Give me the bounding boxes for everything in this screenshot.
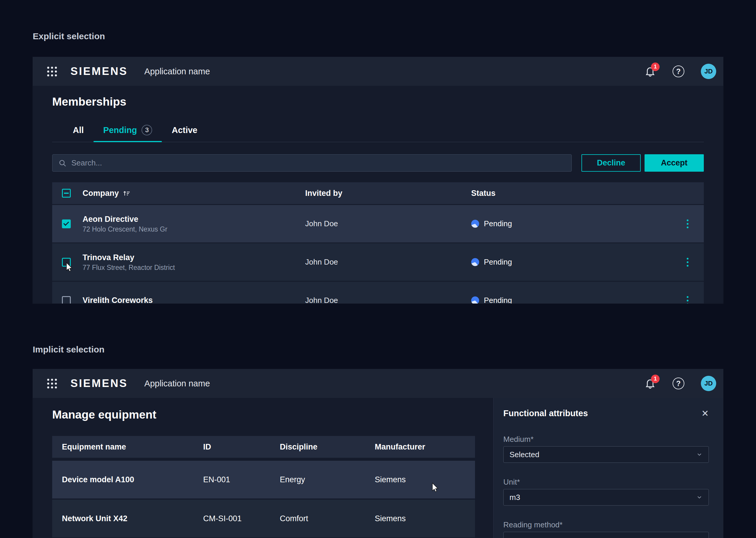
table-row[interactable]: Aeon Directive 72 Holo Crescent, Nexus G… [52,205,704,242]
column-header-discipline[interactable]: Discipline [270,443,365,452]
accept-button[interactable]: Accept [644,154,704,172]
search-icon [58,159,67,167]
siemens-logo: SIEMENS [71,377,128,390]
tab-active-label: Active [172,125,197,135]
page-title: Manage equipment [52,407,493,422]
equipment-table: Equipment name ID Discipline Manufacture… [52,436,475,537]
unit-value: m3 [510,493,520,502]
search-box[interactable] [52,154,572,172]
tab-all[interactable]: All [63,125,93,142]
close-icon[interactable]: ✕ [701,409,709,418]
row-menu-button[interactable] [679,255,696,270]
tab-active[interactable]: Active [162,125,207,142]
help-button[interactable]: ? [673,378,684,389]
memberships-content: Memberships All Pending 3 Active [33,95,723,303]
equipment-name: Device model A100 [52,475,193,484]
column-header-equipment-name[interactable]: Equipment name [52,443,193,452]
table-row[interactable]: Trinova Relay 77 Flux Street, Reactor Di… [52,243,704,281]
equipment-id: CM-SI-001 [193,514,270,523]
row-menu-button[interactable] [679,217,696,231]
table-header-row: Equipment name ID Discipline Manufacture… [52,436,475,458]
medium-select[interactable]: Selected [503,446,709,463]
app-launcher-icon[interactable] [47,67,57,77]
mouse-cursor [65,262,73,273]
table-row[interactable]: Virelith Coreworks John Doe Pending [52,282,704,303]
notifications-button[interactable]: 1 [644,66,656,77]
column-header-company[interactable]: Company [73,189,295,198]
app-header: SIEMENS Application name 1 ? JD [33,369,723,398]
pending-status-icon [471,296,479,303]
tab-pending-label: Pending [103,125,137,135]
equipment-discipline: Comfort [270,514,365,523]
invited-by-value: John Doe [295,219,461,228]
pending-count-badge: 3 [141,125,152,135]
table-row[interactable]: Network Unit X42 CM-SI-001 Comfort Sieme… [52,500,475,537]
equipment-name: Network Unit X42 [52,514,193,523]
panel-title: Functional attributes [503,408,588,418]
invited-by-value: John Doe [295,296,461,303]
status-cell: Pending [461,257,671,267]
siemens-logo: SIEMENS [71,65,128,78]
select-all-checkbox[interactable] [62,189,71,198]
decline-button[interactable]: Decline [581,154,641,172]
section-label-implicit: Implicit selection [33,345,104,354]
help-button[interactable]: ? [673,66,684,77]
equipment-id: EN-001 [193,475,270,484]
unit-select[interactable]: m3 [503,489,709,506]
column-header-status[interactable]: Status [461,189,671,198]
chevron-down-icon [696,494,703,501]
notification-badge: 1 [651,375,660,383]
row-checkbox[interactable] [62,296,71,304]
status-cell: Pending [461,296,671,303]
header-actions: 1 ? JD [644,376,716,391]
chevron-down-icon [696,451,703,458]
memberships-table: Company Invited by Status [52,182,704,303]
memberships-window: SIEMENS Application name 1 ? JD Membersh… [33,57,723,303]
page: Explicit selection SIEMENS Application n… [0,0,756,538]
company-name: Trinova Relay [82,252,295,262]
notification-badge: 1 [651,63,660,71]
mouse-cursor [431,483,439,493]
medium-label: Medium* [503,435,709,444]
status-cell: Pending [461,219,671,228]
company-name: Virelith Coreworks [82,295,295,304]
equipment-discipline: Energy [270,475,365,484]
table-row[interactable]: Device model A100 EN-001 Energy Siemens [52,461,475,499]
avatar[interactable]: JD [701,64,716,79]
status-badge: Pending [484,219,512,228]
row-checkbox[interactable] [62,219,71,228]
column-header-id[interactable]: ID [193,443,270,452]
toolbar: Decline Accept [52,154,704,172]
medium-value: Selected [510,450,539,459]
invited-by-value: John Doe [295,257,461,267]
reading-method-select[interactable] [503,532,709,538]
sort-ascending-icon [123,189,130,197]
row-menu-button[interactable] [679,293,696,304]
section-label-explicit: Explicit selection [33,31,105,41]
company-address: 72 Holo Crescent, Nexus Gr [82,225,295,234]
page-title: Memberships [52,95,704,109]
tab-bar: All Pending 3 Active [52,125,704,142]
tab-all-label: All [73,125,84,135]
table-header-row: Company Invited by Status [52,182,704,204]
equipment-content: Manage equipment Equipment name ID Disci… [33,398,723,538]
tab-pending[interactable]: Pending 3 [93,125,162,142]
equipment-main: Manage equipment Equipment name ID Disci… [33,398,493,538]
header-actions: 1 ? JD [644,64,716,79]
company-name: Aeon Directive [82,214,295,224]
equipment-manufacturer: Siemens [365,514,475,523]
notifications-button[interactable]: 1 [644,378,656,389]
column-header-invited-by[interactable]: Invited by [295,189,461,198]
column-header-manufacturer[interactable]: Manufacturer [365,443,475,452]
application-name: Application name [144,379,210,389]
unit-label: Unit* [503,477,709,487]
app-launcher-icon[interactable] [47,379,57,389]
pending-status-icon [471,258,479,266]
status-badge: Pending [484,296,512,303]
reading-method-label: Reading method* [503,520,709,529]
avatar[interactable]: JD [701,376,716,391]
chevron-down-icon [696,537,703,538]
search-input[interactable] [71,158,566,168]
pending-status-icon [471,220,479,228]
app-header: SIEMENS Application name 1 ? JD [33,57,723,86]
